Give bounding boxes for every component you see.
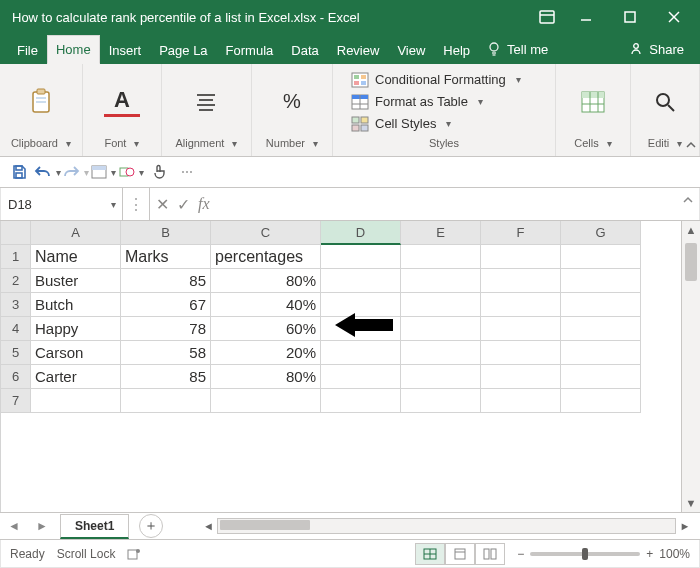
view-page-layout-button[interactable]	[445, 543, 475, 565]
tab-review[interactable]: Review	[328, 36, 389, 64]
tab-formulas[interactable]: Formula	[217, 36, 283, 64]
tab-file[interactable]: File	[8, 36, 47, 64]
cell-E6[interactable]	[401, 365, 481, 389]
font-group-button[interactable]: A	[89, 70, 155, 134]
row-header-1[interactable]: 1	[1, 245, 31, 269]
cell-B3[interactable]: 67	[121, 293, 211, 317]
undo-button[interactable]: ▾	[34, 160, 60, 184]
formula-bar-input[interactable]	[218, 194, 694, 214]
cell-A1[interactable]: Name	[31, 245, 121, 269]
cell-C7[interactable]	[211, 389, 321, 413]
macro-record-icon[interactable]	[127, 547, 141, 561]
name-box-input[interactable]	[6, 196, 70, 213]
save-button[interactable]	[6, 160, 32, 184]
cell-G1[interactable]	[561, 245, 641, 269]
cells-button[interactable]	[560, 70, 626, 134]
cell-A3[interactable]: Butch	[31, 293, 121, 317]
cell-G3[interactable]	[561, 293, 641, 317]
col-header-D[interactable]: D	[321, 221, 401, 245]
collapse-ribbon-button[interactable]	[684, 138, 698, 152]
enter-formula-button[interactable]: ✓	[177, 195, 190, 214]
row-header-5[interactable]: 5	[1, 341, 31, 365]
cell-B4[interactable]: 78	[121, 317, 211, 341]
cell-F6[interactable]	[481, 365, 561, 389]
row-header-4[interactable]: 4	[1, 317, 31, 341]
cell-D7[interactable]	[321, 389, 401, 413]
cell-G2[interactable]	[561, 269, 641, 293]
cell-D6[interactable]	[321, 365, 401, 389]
insert-function-button[interactable]: fx	[198, 195, 210, 213]
horizontal-scroll-thumb[interactable]	[220, 520, 310, 530]
cell-A5[interactable]: Carson	[31, 341, 121, 365]
cell-D3[interactable]	[321, 293, 401, 317]
cell-B2[interactable]: 85	[121, 269, 211, 293]
cell-F4[interactable]	[481, 317, 561, 341]
zoom-slider[interactable]	[530, 552, 640, 556]
col-header-E[interactable]: E	[401, 221, 481, 245]
ribbon-mode-icon[interactable]	[530, 0, 564, 34]
cell-F2[interactable]	[481, 269, 561, 293]
cell-F7[interactable]	[481, 389, 561, 413]
view-page-break-button[interactable]	[475, 543, 505, 565]
cell-E7[interactable]	[401, 389, 481, 413]
cell-G4[interactable]	[561, 317, 641, 341]
row-header-2[interactable]: 2	[1, 269, 31, 293]
tab-insert[interactable]: Insert	[100, 36, 151, 64]
zoom-level[interactable]: 100%	[659, 547, 690, 561]
cell-A7[interactable]	[31, 389, 121, 413]
col-header-B[interactable]: B	[121, 221, 211, 245]
cell-C3[interactable]: 40%	[211, 293, 321, 317]
conditional-formatting-button[interactable]: Conditional Formatting▾	[345, 70, 527, 90]
chevron-down-icon[interactable]: ▾	[111, 199, 116, 210]
cell-E3[interactable]	[401, 293, 481, 317]
number-format-button[interactable]: %	[259, 70, 325, 134]
cell-F5[interactable]	[481, 341, 561, 365]
minimize-button[interactable]	[564, 0, 608, 34]
cell-B6[interactable]: 85	[121, 365, 211, 389]
cell-C4[interactable]: 60%	[211, 317, 321, 341]
col-header-F[interactable]: F	[481, 221, 561, 245]
vertical-scroll-thumb[interactable]	[685, 243, 697, 281]
col-header-G[interactable]: G	[561, 221, 641, 245]
maximize-button[interactable]	[608, 0, 652, 34]
qat-item-2[interactable]: ▾	[118, 160, 144, 184]
zoom-in-button[interactable]: +	[646, 547, 653, 561]
cell-E4[interactable]	[401, 317, 481, 341]
sheet-nav-next[interactable]: ►	[28, 515, 56, 537]
cell-F1[interactable]	[481, 245, 561, 269]
tab-home[interactable]: Home	[47, 35, 100, 64]
qat-item-1[interactable]: ▾	[90, 160, 116, 184]
redo-button[interactable]: ▾	[62, 160, 88, 184]
qat-customize[interactable]: ⋯	[174, 160, 200, 184]
col-header-A[interactable]: A	[31, 221, 121, 245]
cell-A2[interactable]: Buster	[31, 269, 121, 293]
scroll-right-button[interactable]: ►	[676, 520, 694, 532]
cell-styles-button[interactable]: Cell Styles▾	[345, 114, 527, 134]
view-normal-button[interactable]	[415, 543, 445, 565]
row-header-6[interactable]: 6	[1, 365, 31, 389]
cell-F3[interactable]	[481, 293, 561, 317]
scroll-up-button[interactable]: ▲	[682, 221, 700, 239]
cell-D5[interactable]	[321, 341, 401, 365]
format-as-table-button[interactable]: Format as Table▾	[345, 92, 527, 112]
touch-mode-button[interactable]	[146, 160, 172, 184]
cell-B5[interactable]: 58	[121, 341, 211, 365]
share-button[interactable]: Share	[621, 34, 692, 64]
cell-C1[interactable]: percentages	[211, 245, 321, 269]
tab-data[interactable]: Data	[282, 36, 327, 64]
cell-C2[interactable]: 80%	[211, 269, 321, 293]
close-button[interactable]	[652, 0, 696, 34]
tab-view[interactable]: View	[388, 36, 434, 64]
cell-B7[interactable]	[121, 389, 211, 413]
tab-page-layout[interactable]: Page La	[150, 36, 216, 64]
cell-E2[interactable]	[401, 269, 481, 293]
spreadsheet-grid[interactable]: A B C D E F G 1 Name Marks percentages 2…	[0, 221, 681, 512]
row-header-7[interactable]: 7	[1, 389, 31, 413]
editing-button[interactable]	[632, 70, 698, 134]
cell-C5[interactable]: 20%	[211, 341, 321, 365]
function-list-icon[interactable]: ⋮	[123, 188, 150, 220]
select-all-corner[interactable]	[1, 221, 31, 245]
cell-G5[interactable]	[561, 341, 641, 365]
cell-C6[interactable]: 80%	[211, 365, 321, 389]
sheet-nav-prev[interactable]: ◄	[0, 515, 28, 537]
